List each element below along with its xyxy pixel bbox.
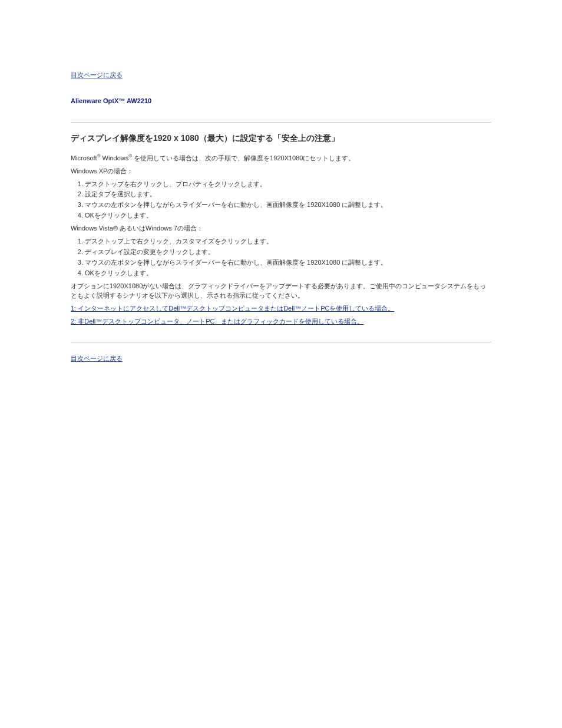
step-xp-3: マウスの左ボタンを押しながらスライダーバーを右に動かし、画面解像度を 1920X… [85, 200, 491, 210]
back-to-contents-top[interactable]: 目次ページに戻る [71, 71, 123, 78]
divider-top [71, 122, 491, 123]
windows-vista-label: Windows Vista® あるいはWindows 7の場合： [71, 224, 491, 233]
intro-text-prefix: Microsoft [71, 154, 97, 162]
step-xp-2: 設定タブを選択します。 [85, 190, 491, 199]
step-vista-3: マウスの左ボタンを押しながらスライダーバーを右に動かし、画面解像度を 1920X… [85, 258, 491, 268]
scenario-link-non-dell[interactable]: 2: 非Dell™デスクトップコンピュータ、ノートPC、またはグラフィックカード… [71, 318, 363, 325]
steps-xp: デスクトップを右クリックし、プロパティをクリックします。 設定タブを選択します。… [71, 180, 491, 221]
step-vista-2: ディスプレイ設定の変更をクリックします。 [85, 248, 491, 257]
intro-text-suffix: を使用している場合は、次の手順で、解像度を1920X1080にセットします。 [132, 154, 355, 162]
product-model-heading: Alienware OptX™ AW2210 [71, 97, 491, 104]
outro-paragraph: オプションに1920X1080がない場合は、グラフィックドライバーをアップデート… [71, 282, 491, 301]
windows-xp-label: Windows XPの場合： [71, 167, 491, 176]
intro-paragraph: Microsoft® Windows® を使用している場合は、次の手順で、解像度… [71, 153, 491, 163]
step-vista-4: OKをクリックします。 [85, 269, 491, 278]
step-xp-4: OKをクリックします。 [85, 211, 491, 220]
steps-vista: デスクトップ上で右クリック、カスタマイズをクリックします。 ディスプレイ設定の変… [71, 237, 491, 278]
step-vista-1: デスクトップ上で右クリック、カスタマイズをクリックします。 [85, 237, 491, 246]
back-to-contents-bottom[interactable]: 目次ページに戻る [71, 355, 123, 362]
intro-text-mid: Windows [101, 154, 129, 162]
step-xp-1: デスクトップを右クリックし、プロパティをクリックします。 [85, 180, 491, 189]
scenario-link-dell[interactable]: 1: インターネットにアクセスしてDell™デスクトップコンピュータまたはDel… [71, 305, 394, 312]
resolution-heading: ディスプレイ解像度を1920 x 1080（最大）に設定する「安全上の注意」 [71, 133, 491, 144]
